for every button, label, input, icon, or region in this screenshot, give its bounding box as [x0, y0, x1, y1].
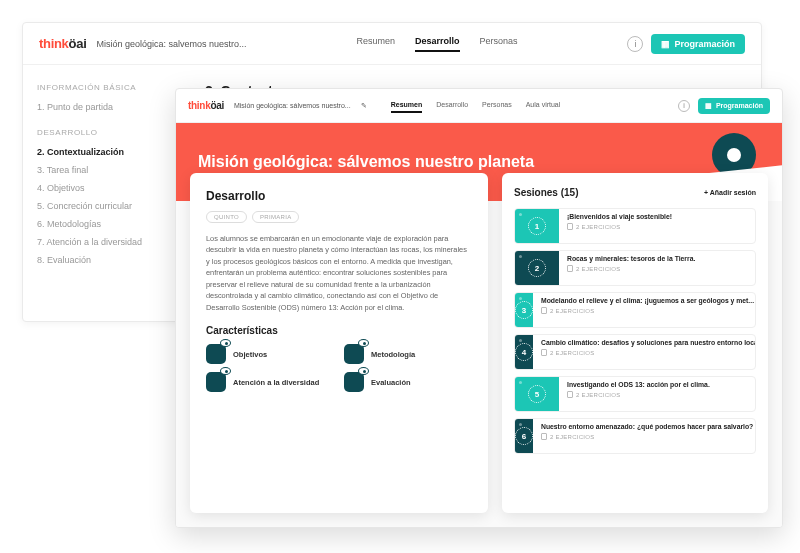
- sidebar-section-desarrollo: DESARROLLO: [37, 128, 169, 137]
- tab-resumen[interactable]: Resumen: [391, 98, 423, 113]
- feature-metodologia[interactable]: Metodología: [344, 344, 472, 364]
- tab-desarrollo[interactable]: Desarrollo: [436, 98, 468, 113]
- eye-icon: [220, 339, 231, 347]
- add-session-button[interactable]: + Añadir sesión: [704, 189, 756, 196]
- tab-personas[interactable]: Personas: [482, 98, 512, 113]
- session-row[interactable]: 2Rocas y minerales: tesoros de la Tierra…: [514, 250, 756, 286]
- session-title: Rocas y minerales: tesoros de la Tierra.: [567, 255, 747, 263]
- sidebar-item-1[interactable]: 1. Punto de partida: [37, 102, 169, 112]
- session-meta: 2 EJERCICIOS: [541, 433, 753, 440]
- sidebar-item-7[interactable]: 7. Atención a la diversidad: [37, 237, 169, 247]
- sidebar-section-info: INFORMACIÓN BÁSICA: [37, 83, 169, 92]
- session-meta: 2 EJERCICIOS: [567, 265, 747, 272]
- feature-diversidad[interactable]: Atención a la diversidad: [206, 372, 334, 392]
- session-meta: 2 EJERCICIOS: [541, 349, 756, 356]
- logo: thinköai: [39, 36, 86, 51]
- tab-resumen[interactable]: Resumen: [357, 36, 396, 52]
- session-number-icon: 5: [515, 377, 559, 411]
- sidebar-item-5[interactable]: 5. Concreción curricular: [37, 201, 169, 211]
- logo: thinköai: [188, 100, 224, 111]
- front-topbar: thinköai Misión geológica: sálvemos nues…: [176, 89, 782, 123]
- tag-quinto: QUINTO: [206, 211, 247, 223]
- session-row[interactable]: 5Investigando el ODS 13: acción por el c…: [514, 376, 756, 412]
- session-meta: 2 EJERCICIOS: [567, 223, 747, 230]
- feature-evaluacion[interactable]: Evaluación: [344, 372, 472, 392]
- sidebar-item-8[interactable]: 8. Evaluación: [37, 255, 169, 265]
- session-meta: 2 EJERCICIOS: [541, 307, 754, 314]
- sidebar-item-6[interactable]: 6. Metodologías: [37, 219, 169, 229]
- session-text: Nuestro entorno amenazado: ¿qué podemos …: [533, 419, 756, 453]
- page-title: Misión geológica: sálvemos nuestro plane…: [198, 153, 534, 171]
- session-text: Rocas y minerales: tesoros de la Tierra.…: [559, 251, 755, 285]
- feature-objetivos[interactable]: Objetivos: [206, 344, 334, 364]
- info-icon[interactable]: i: [627, 36, 643, 52]
- tab-aula[interactable]: Aula virtual: [526, 98, 561, 113]
- session-text: Investigando el ODS 13: acción por el cl…: [559, 377, 755, 411]
- session-text: Modelando el relieve y el clima: ¡juguem…: [533, 293, 756, 327]
- subheading-caracteristicas: Características: [206, 325, 472, 336]
- breadcrumb: Misión geológica: sálvemos nuestro...: [234, 102, 351, 109]
- session-title: ¡Bienvenidos al viaje sostenible!: [567, 213, 747, 221]
- tab-personas[interactable]: Personas: [480, 36, 518, 52]
- tags: QUINTO PRIMARIA: [206, 211, 472, 223]
- session-row[interactable]: 1¡Bienvenidos al viaje sostenible!2 EJER…: [514, 208, 756, 244]
- front-tabs: Resumen Desarrollo Personas Aula virtual: [391, 98, 561, 113]
- sidebar-item-3[interactable]: 3. Tarea final: [37, 165, 169, 175]
- session-number-icon: 3: [515, 293, 533, 327]
- eye-icon: [358, 339, 369, 347]
- evaluation-icon: [344, 372, 364, 392]
- session-title: Investigando el ODS 13: acción por el cl…: [567, 381, 747, 389]
- front-window: thinköai Misión geológica: sálvemos nues…: [175, 88, 783, 528]
- sidebar: INFORMACIÓN BÁSICA 1. Punto de partida D…: [23, 65, 183, 299]
- breadcrumb: Misión geológica: salvemos nuestro...: [96, 39, 246, 49]
- edit-icon[interactable]: ✎: [361, 102, 367, 110]
- session-row[interactable]: 3Modelando el relieve y el clima: ¡jugue…: [514, 292, 756, 328]
- session-number-icon: 4: [515, 335, 533, 369]
- session-list: 1¡Bienvenidos al viaje sostenible!2 EJER…: [514, 208, 756, 454]
- card-desarrollo: Desarrollo QUINTO PRIMARIA Los alumnos s…: [190, 173, 488, 513]
- eye-icon: [358, 367, 369, 375]
- tag-primaria: PRIMARIA: [252, 211, 299, 223]
- session-meta: 2 EJERCICIOS: [567, 391, 747, 398]
- session-text: Cambio climático: desafíos y soluciones …: [533, 335, 756, 369]
- sidebar-item-2[interactable]: 2. Contextualización: [37, 147, 169, 157]
- session-number-icon: 2: [515, 251, 559, 285]
- document-icon: [541, 349, 547, 356]
- session-text: ¡Bienvenidos al viaje sostenible!2 EJERC…: [559, 209, 755, 243]
- session-number-icon: 6: [515, 419, 533, 453]
- session-row[interactable]: 6Nuestro entorno amenazado: ¿qué podemos…: [514, 418, 756, 454]
- back-topbar: thinköai Misión geológica: salvemos nues…: [23, 23, 761, 65]
- eye-icon: [220, 367, 231, 375]
- sidebar-item-4[interactable]: 4. Objetivos: [37, 183, 169, 193]
- target-icon: [206, 344, 226, 364]
- document-icon: [567, 265, 573, 272]
- tab-desarrollo[interactable]: Desarrollo: [415, 36, 460, 52]
- back-tabs: Resumen Desarrollo Personas: [357, 36, 518, 52]
- info-icon[interactable]: i: [678, 100, 690, 112]
- programacion-button[interactable]: ▦ Programación: [698, 98, 770, 114]
- document-icon: [567, 391, 573, 398]
- sessions-heading: Sesiones (15): [514, 187, 578, 198]
- document-icon: [541, 307, 547, 314]
- session-title: Nuestro entorno amenazado: ¿qué podemos …: [541, 423, 753, 431]
- session-number-icon: 1: [515, 209, 559, 243]
- document-icon: [541, 433, 547, 440]
- session-title: Cambio climático: desafíos y soluciones …: [541, 339, 756, 347]
- method-icon: [344, 344, 364, 364]
- description: Los alumnos se embarcarán en un emociona…: [206, 233, 472, 313]
- diversity-icon: [206, 372, 226, 392]
- session-title: Modelando el relieve y el clima: ¡juguem…: [541, 297, 754, 305]
- card-sesiones: Sesiones (15) + Añadir sesión 1¡Bienveni…: [502, 173, 768, 513]
- document-icon: [567, 223, 573, 230]
- session-row[interactable]: 4Cambio climático: desafíos y soluciones…: [514, 334, 756, 370]
- programacion-button[interactable]: ▦ Programación: [651, 34, 745, 54]
- card-heading: Desarrollo: [206, 189, 472, 203]
